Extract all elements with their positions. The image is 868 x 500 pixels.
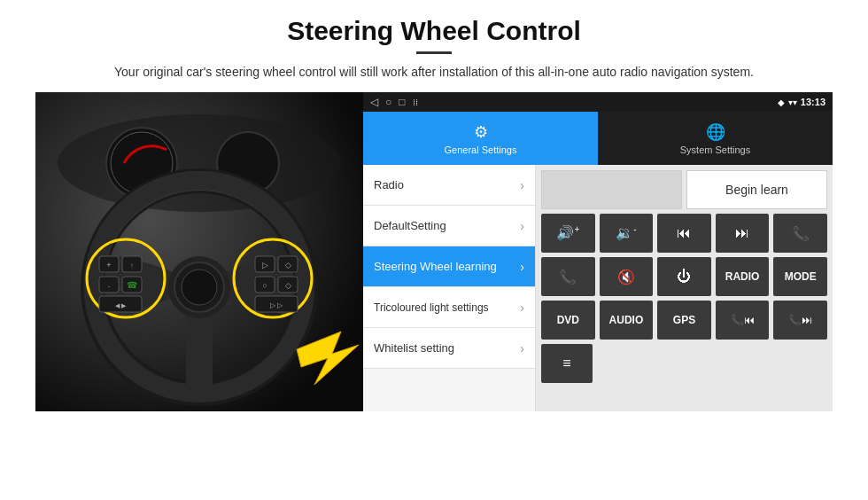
svg-text:☎: ☎: [127, 280, 137, 290]
menu-item-whitelist[interactable]: Whitelist setting ›: [363, 328, 535, 369]
prev-track-icon: ⏮: [677, 225, 691, 241]
title-divider: [416, 51, 452, 54]
vol-down-icon: 🔉-: [616, 224, 636, 241]
svg-point-1: [58, 114, 341, 212]
gps-label: GPS: [673, 314, 695, 326]
svg-text:-: -: [108, 282, 111, 290]
gps-button[interactable]: GPS: [657, 301, 711, 340]
phone-prev-icon: 📞⏮: [731, 314, 755, 326]
radio-label: RADIO: [725, 270, 760, 283]
left-menu: Radio › DefaultSetting › Steering Wheel …: [363, 165, 536, 411]
svg-text:▷ ▷: ▷ ▷: [270, 301, 283, 309]
mute-icon: 🔇: [617, 269, 635, 285]
system-icon: 🌐: [706, 122, 725, 142]
dvd-button[interactable]: DVD: [541, 301, 595, 340]
right-controls-panel: Begin learn 🔊+ 🔉- ⏮: [536, 165, 833, 411]
content-area: + ↑ - ☎ ◀ ▶ ▷ ◇ ○ ◇ ▷ ▷: [35, 92, 833, 411]
menu-radio-label: Radio: [374, 178, 520, 191]
status-bar-left: ◁ ○ □ ⁞⁞: [370, 96, 418, 108]
more-nav-icon[interactable]: ⁞⁞: [413, 98, 418, 107]
back-nav-icon[interactable]: ◁: [370, 96, 378, 108]
svg-text:▷: ▷: [262, 261, 268, 270]
header-section: Steering Wheel Control Your original car…: [35, 16, 833, 82]
vol-down-button[interactable]: 🔉-: [600, 214, 654, 253]
next-track-icon: ⏭: [735, 225, 749, 241]
control-row-2: 📞 🔇 ⏻ RADIO MODE: [541, 257, 827, 296]
chevron-right-icon: ›: [520, 260, 524, 274]
status-bar: ◁ ○ □ ⁞⁞ ◆ ▾▾ 13:13: [363, 92, 833, 112]
chevron-right-icon: ›: [520, 178, 524, 192]
next-track-button[interactable]: ⏭: [716, 214, 770, 253]
control-row-4: ≡: [541, 344, 827, 383]
chevron-right-icon: ›: [520, 341, 524, 355]
list-button[interactable]: ≡: [541, 344, 593, 383]
menu-tricoloured-label: Tricoloured light settings: [374, 301, 520, 314]
phone-prev-button[interactable]: 📞⏮: [716, 301, 770, 340]
svg-text:↑: ↑: [130, 262, 134, 269]
prev-track-button[interactable]: ⏮: [657, 214, 711, 253]
dvd-label: DVD: [557, 314, 579, 326]
chevron-right-icon: ›: [520, 219, 524, 233]
radio-mode-button[interactable]: RADIO: [716, 257, 770, 296]
page-container: Steering Wheel Control Your original car…: [0, 0, 868, 420]
audio-button[interactable]: AUDIO: [600, 301, 654, 340]
phone-next-button[interactable]: 📞⏭: [773, 301, 827, 340]
phone-next-icon: 📞⏭: [788, 314, 812, 326]
tab-system-label: System Settings: [680, 145, 750, 155]
svg-point-10: [182, 270, 217, 305]
mute-button[interactable]: 🔇: [600, 257, 654, 296]
main-content: Radio › DefaultSetting › Steering Wheel …: [363, 165, 833, 411]
menu-item-radio[interactable]: Radio ›: [363, 165, 535, 206]
page-title: Steering Wheel Control: [35, 16, 833, 46]
steering-wheel-image: + ↑ - ☎ ◀ ▶ ▷ ◇ ○ ◇ ▷ ▷: [35, 92, 363, 411]
svg-text:+: +: [106, 261, 111, 270]
time-display: 13:13: [801, 97, 825, 107]
status-bar-right: ◆ ▾▾ 13:13: [778, 97, 825, 107]
chevron-right-icon: ›: [520, 301, 524, 315]
top-controls-row: Begin learn: [541, 170, 827, 209]
mode-label: MODE: [785, 270, 817, 283]
menu-item-steering[interactable]: Steering Wheel learning ›: [363, 246, 535, 287]
power-icon: ⏻: [677, 269, 691, 285]
tab-system-settings[interactable]: 🌐 System Settings: [598, 112, 833, 165]
tab-general-label: General Settings: [445, 145, 517, 155]
tab-bar: ⚙ General Settings 🌐 System Settings: [363, 112, 833, 165]
svg-text:◀ ▶: ◀ ▶: [115, 302, 127, 309]
svg-text:◇: ◇: [285, 281, 291, 290]
call-accept-button[interactable]: 📞: [541, 257, 595, 296]
control-row-3: DVD AUDIO GPS 📞⏮ 📞⏭: [541, 301, 827, 340]
recents-nav-icon[interactable]: □: [399, 96, 405, 108]
control-row-1: 🔊+ 🔉- ⏮ ⏭ 📞: [541, 214, 827, 253]
menu-steering-label: Steering Wheel learning: [374, 260, 520, 273]
subtitle-text: Your original car's steering wheel contr…: [80, 63, 788, 82]
location-icon: ◆: [778, 98, 785, 107]
menu-default-label: DefaultSetting: [374, 219, 520, 232]
phone-icon: 📞: [792, 225, 810, 242]
tab-general-settings[interactable]: ⚙ General Settings: [363, 112, 598, 165]
svg-text:◇: ◇: [285, 261, 291, 270]
call-accept-icon: 📞: [559, 269, 577, 285]
menu-item-tricoloured[interactable]: Tricoloured light settings ›: [363, 287, 535, 328]
empty-input-box: [541, 170, 682, 209]
mode-button[interactable]: MODE: [773, 257, 827, 296]
list-icon: ≡: [562, 355, 570, 371]
signal-icon: ▾▾: [788, 98, 797, 107]
home-nav-icon[interactable]: ○: [385, 96, 391, 108]
svg-text:○: ○: [262, 281, 267, 290]
gear-icon: ⚙: [474, 122, 488, 142]
begin-learn-button[interactable]: Begin learn: [686, 170, 827, 209]
audio-label: AUDIO: [609, 314, 644, 326]
power-button[interactable]: ⏻: [657, 257, 711, 296]
vol-up-icon: 🔊+: [556, 224, 579, 241]
vol-up-button[interactable]: 🔊+: [541, 214, 595, 253]
menu-whitelist-label: Whitelist setting: [374, 341, 520, 355]
android-ui: ◁ ○ □ ⁞⁞ ◆ ▾▾ 13:13 ⚙ General Settings: [363, 92, 833, 411]
menu-item-default[interactable]: DefaultSetting ›: [363, 206, 535, 246]
phone-button-1[interactable]: 📞: [773, 214, 827, 253]
